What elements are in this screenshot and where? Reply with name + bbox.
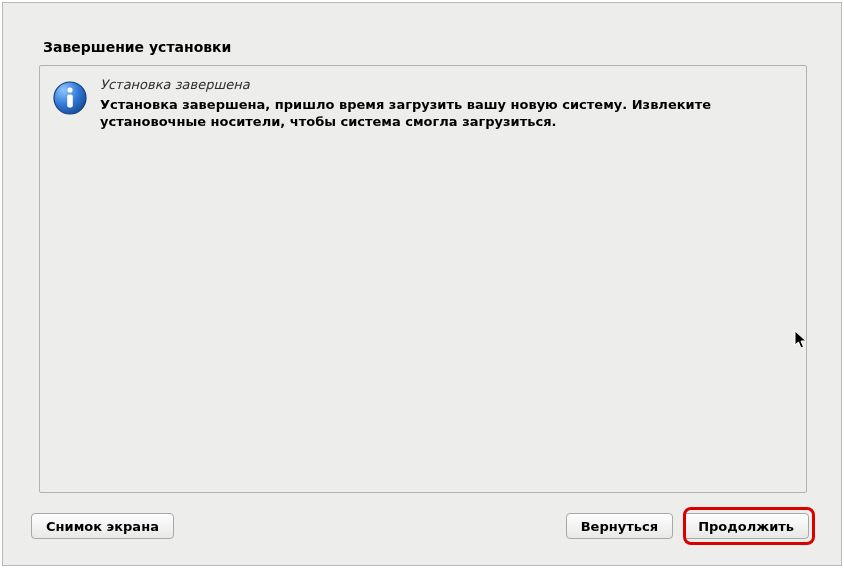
info-heading: Установка завершена	[100, 76, 796, 94]
continue-button[interactable]: Продолжить	[683, 513, 809, 539]
installer-window: Завершение установки	[2, 2, 842, 566]
info-row: Установка завершена Установка завершена,…	[50, 74, 796, 131]
page-title: Завершение установки	[43, 39, 231, 55]
screenshot-button[interactable]: Снимок экрана	[31, 513, 174, 539]
back-button[interactable]: Вернуться	[566, 513, 673, 539]
button-bar: Снимок экрана Вернуться Продолжить	[29, 509, 815, 539]
info-icon	[52, 80, 88, 116]
content-panel: Установка завершена Установка завершена,…	[39, 65, 807, 493]
svg-point-1	[67, 87, 72, 92]
info-text: Установка завершена Установка завершена,…	[100, 76, 796, 131]
svg-rect-2	[67, 95, 73, 108]
info-body: Установка завершена, пришло время загруз…	[100, 96, 796, 131]
